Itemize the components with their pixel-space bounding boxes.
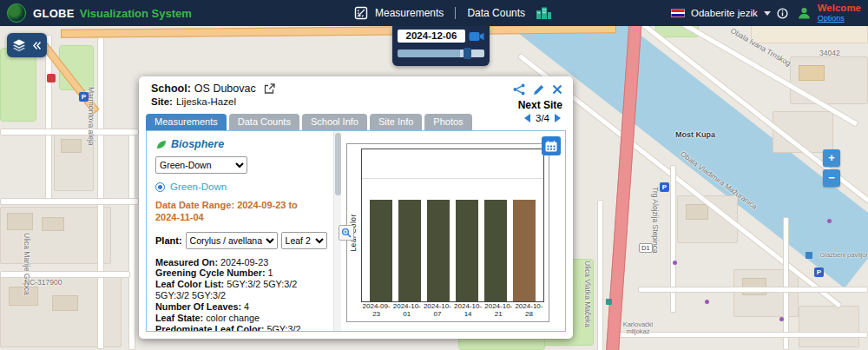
chart-zoom-button[interactable]	[339, 225, 354, 241]
chart-x-tick: 2024-09-23	[361, 303, 391, 321]
site-name: Lijeska-Hazel	[176, 96, 236, 107]
plant-select[interactable]: Corylus / avellana	[186, 232, 278, 249]
hotel-icon	[806, 252, 812, 259]
prev-site-arrow[interactable]	[524, 114, 530, 122]
double-chevron-icon[interactable]	[32, 41, 42, 50]
school-building-icon[interactable]	[536, 6, 552, 20]
options-link[interactable]: Options	[818, 14, 845, 23]
user-icon[interactable]	[797, 6, 812, 20]
pharmacy-icon	[47, 74, 56, 83]
tab-data-counts[interactable]: Data Counts	[229, 114, 299, 130]
tab-school-info[interactable]: School Info	[302, 114, 367, 130]
timeline-slider[interactable]	[398, 49, 484, 58]
map-building	[52, 295, 78, 311]
tab-measurements[interactable]: Measurements	[146, 114, 227, 130]
brand: GLOBE Visualization System	[0, 3, 192, 23]
map-building	[61, 139, 82, 153]
scrollbar-thumb[interactable]	[335, 133, 341, 195]
brand-name: GLOBE	[33, 7, 75, 20]
data-date-range: Data Date Range: 2024-09-23 to 2024-11-0…	[155, 200, 320, 224]
site-popup: School: OS Dubovac Site: Lijeska-Hazel	[139, 76, 573, 339]
shop-icon	[779, 317, 784, 321]
zoom-out-button[interactable]: −	[823, 169, 840, 187]
chart-bar	[398, 200, 421, 301]
croatia-flag-icon	[671, 9, 685, 17]
protocol-select[interactable]: Green-Down	[155, 156, 247, 174]
language-selector[interactable]: Odaberite jezik	[691, 8, 758, 18]
parking-icon: P	[79, 92, 89, 102]
next-site-label: Next Site	[518, 99, 562, 111]
tab-photos[interactable]: Photos	[424, 114, 471, 130]
chart-bar	[370, 200, 392, 301]
layers-control[interactable]	[7, 33, 47, 57]
slider-track	[398, 50, 484, 57]
leaf-select[interactable]: Leaf 2	[281, 232, 327, 249]
nav-measurements[interactable]: Measurements	[375, 7, 444, 19]
camera-icon[interactable]	[469, 31, 484, 42]
measurements-icon	[354, 6, 368, 20]
protocol-radio-label[interactable]: Green-Down	[170, 182, 227, 192]
share-icon[interactable]	[513, 83, 525, 96]
brand-subtitle: Visualization System	[80, 7, 192, 20]
chart-bar	[484, 200, 507, 301]
map-street	[597, 200, 603, 350]
chart-plot-area	[361, 149, 544, 302]
calendar-button[interactable]	[542, 136, 561, 155]
site-pager: 3/4	[524, 113, 561, 123]
map-green-area	[0, 48, 36, 122]
external-link-icon[interactable]	[264, 83, 275, 94]
map-building	[42, 217, 64, 231]
next-site-arrow[interactable]	[555, 114, 561, 122]
map-street	[0, 129, 139, 135]
protocol-radio[interactable]	[155, 182, 165, 192]
welcome-text: Welcome	[818, 3, 861, 14]
shop-icon	[673, 261, 677, 265]
info-icon[interactable]	[777, 8, 788, 19]
zoom-in-button[interactable]: +	[823, 149, 840, 167]
globe-logo-icon[interactable]	[7, 3, 26, 23]
close-icon[interactable]	[552, 84, 562, 95]
chart-x-axis: 2024-09-23 2024-10-01 2024-10-07 2024-10…	[361, 303, 544, 321]
measurement-record: Measured On: 2024-09-23 Greening Cycle N…	[155, 257, 327, 332]
chevron-down-icon[interactable]	[764, 11, 771, 16]
map-street	[97, 36, 104, 349]
chart-bar	[513, 200, 536, 301]
popup-header: School: OS Dubovac Site: Lijeska-Hazel	[139, 76, 573, 107]
nav-data-counts[interactable]: Data Counts	[467, 7, 525, 19]
date-display[interactable]: 2024-12-06	[398, 30, 465, 43]
welcome-block: Welcome Options	[818, 3, 861, 23]
tab-site-info[interactable]: Site Info	[370, 114, 422, 130]
plant-label: Plant:	[155, 235, 182, 246]
globe-visualization-app: Marmontova aleja Ulica Marije Gupca NC-3…	[0, 0, 868, 350]
map-block	[799, 306, 859, 347]
map-street	[0, 271, 130, 278]
leaf-icon	[155, 139, 167, 150]
shop-icon	[827, 219, 832, 223]
date-control: 2024-12-06	[392, 26, 490, 66]
school-label: School:	[151, 83, 191, 95]
main-nav: Measurements Data Counts	[354, 0, 552, 26]
nav-divider	[455, 7, 456, 19]
edit-icon[interactable]	[533, 84, 544, 96]
pager-count: 3/4	[536, 113, 549, 123]
map-building	[686, 204, 708, 220]
leaf-color-chart: Leaf Color 2024-09-23	[346, 143, 549, 322]
map-building	[799, 65, 825, 81]
school-name: OS Dubovac	[194, 83, 256, 95]
user-nav: Odaberite jezik Welcome Options	[671, 0, 861, 26]
street-label: NC-317900	[24, 278, 62, 287]
slider-handle[interactable]	[464, 48, 471, 59]
layers-icon	[12, 39, 26, 52]
street-label: Ulica Vlatka Mačeka	[583, 261, 592, 327]
map-building	[7, 213, 33, 230]
sphere-header: Biosphere	[155, 138, 327, 150]
bus-stop-icon	[606, 299, 612, 305]
measurements-panel: Biosphere Green-Down Green-Down Data Dat…	[147, 131, 341, 331]
popup-content: Biosphere Green-Down Green-Down Data Dat…	[146, 130, 566, 332]
site-label: Site:	[151, 96, 173, 107]
poi-label: Glazbeni paviljon	[819, 252, 868, 259]
chart-x-tick: 2024-10-14	[453, 303, 483, 321]
chart-x-tick: 2024-10-07	[422, 303, 452, 321]
chart-bar	[427, 200, 450, 301]
map-street	[0, 198, 139, 205]
